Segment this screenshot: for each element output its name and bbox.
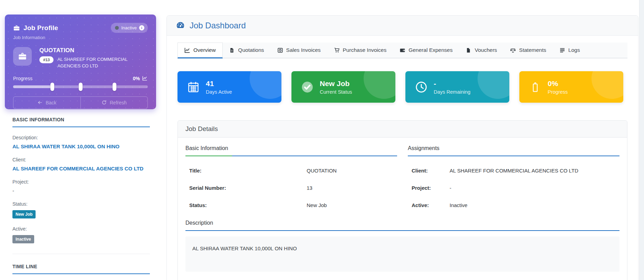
stat-value: New Job [320, 80, 352, 88]
refresh-button[interactable]: Refresh [80, 96, 148, 109]
slider-handle[interactable] [113, 83, 116, 91]
detail-label: Status: [189, 202, 307, 208]
slider-handle[interactable] [79, 83, 83, 91]
cart-icon [334, 47, 340, 53]
client-link[interactable]: AL SHAREEF FOR COMMERCIAL AGENCIES CO LT… [12, 166, 150, 171]
detail-value: - [450, 185, 451, 191]
detail-label: Client: [412, 168, 450, 174]
tab-bar: Overview Quotations $ Sales Invoices Pur… [177, 43, 627, 58]
tab-label: Quotations [238, 47, 264, 53]
info-icon[interactable]: i [139, 25, 144, 30]
section-underline [185, 230, 619, 231]
detail-value: Inactive [450, 202, 468, 208]
sidebar-divider [12, 254, 150, 254]
tab-label: Sales Invoices [286, 47, 321, 53]
tab-label: Logs [568, 47, 580, 53]
stat-value: - [434, 80, 470, 88]
basic-information-column: Basic Information Title: QUOTATION Seria… [185, 145, 397, 208]
job-avatar [13, 47, 32, 66]
page-title: Job Dashboard [190, 21, 246, 30]
basic-information-section-heading: Basic Information [185, 145, 397, 156]
description-box: AL SHIRAA WATER TANK 10,000L ON HINO [185, 236, 619, 272]
detail-row: Status: New Job [185, 202, 397, 208]
assignments-section-heading: Assignments [408, 145, 619, 156]
detail-row: Client: AL SHAREEF FOR COMMERCIAL AGENCI… [408, 168, 619, 174]
section-underline [185, 156, 397, 156]
arrow-left-icon [37, 100, 42, 105]
back-button[interactable]: Back [13, 96, 80, 109]
decorative-circle [478, 71, 509, 99]
description-link[interactable]: AL SHIRAA WATER TANK 10,000L ON HINO [12, 143, 150, 149]
detail-label: Title: [189, 168, 307, 174]
job-client-name: AL SHAREEF FOR COMMERCIAL AGENCIES CO LT… [57, 56, 148, 69]
active-badge: Inactive [12, 235, 34, 243]
tab-general-expenses[interactable]: General Expenses [393, 43, 459, 58]
profile-card-title: Job Profile [23, 24, 58, 32]
timeline-heading: TIME LINE [12, 264, 150, 274]
detail-value: QUOTATION [307, 168, 337, 174]
stat-label: Progress [548, 89, 568, 95]
calendar-icon [187, 81, 200, 94]
assignments-column: Assignments Client: AL SHAREEF FOR COMME… [408, 145, 619, 208]
tab-label: Statements [519, 47, 546, 53]
stat-label: Days Active [206, 89, 232, 95]
detail-row: Project: - [408, 185, 619, 191]
tab-label: Purchase Invoices [343, 47, 387, 53]
tab-overview[interactable]: Overview [177, 43, 223, 58]
stat-cards-row: 41 Days Active New Job Current Status [177, 71, 627, 103]
progress-label: Progress [13, 76, 32, 81]
status-pill-label: Inactive [121, 25, 137, 30]
stat-label: Current Status [320, 89, 352, 95]
decorative-circle [250, 71, 281, 99]
status-label: Status: [12, 201, 150, 207]
invoice-dollar-icon: $ [277, 47, 283, 53]
stat-label: Days Remaining [434, 89, 470, 95]
project-label: Project: [12, 179, 150, 185]
check-circle-icon [301, 81, 314, 94]
voucher-icon [466, 47, 472, 53]
briefcase-icon [18, 52, 27, 61]
client-label: Client: [12, 157, 150, 162]
progress-slider[interactable] [13, 85, 148, 88]
tab-quotations[interactable]: Quotations [223, 43, 271, 58]
stat-value: 0% [548, 80, 568, 88]
main-panel: Job Dashboard Overview Quotations $ Sale… [166, 15, 638, 280]
tab-sales-invoices[interactable]: $ Sales Invoices [271, 43, 327, 58]
tab-logs[interactable]: Logs [553, 43, 587, 58]
tab-label: General Expenses [408, 47, 453, 53]
main-header: Job Dashboard [167, 16, 638, 36]
profile-card-subtitle: Job Information [13, 35, 148, 40]
scrollbar[interactable] [639, 0, 644, 280]
tab-statements[interactable]: Statements [503, 43, 552, 58]
slider-handle[interactable] [50, 83, 54, 91]
tab-vouchers[interactable]: Vouchers [459, 43, 504, 58]
description-section-heading: Description [185, 220, 619, 230]
battery-icon [529, 81, 542, 94]
chart-line-icon [142, 76, 148, 81]
active-label: Active: [12, 226, 150, 232]
wallet-icon [400, 47, 405, 53]
decorative-circle [364, 71, 395, 99]
status-badge: New Job [12, 210, 36, 218]
refresh-icon [102, 100, 107, 105]
detail-row: Title: QUOTATION [185, 168, 397, 174]
description-label: Description: [12, 135, 150, 140]
detail-label: Serial Number: [189, 185, 307, 191]
clock-icon [415, 81, 428, 94]
basic-information-heading: BASIC INFORMATION [12, 117, 150, 127]
job-profile-card: Job Profile Inactive i Job Information Q… [5, 15, 156, 109]
project-value: - [12, 188, 150, 194]
progress-slider-fill [13, 85, 52, 88]
job-title: QUOTATION [39, 47, 148, 54]
tab-purchase-invoices[interactable]: Purchase Invoices [327, 43, 393, 58]
job-details-panel-title: Job Details [178, 121, 627, 138]
section-underline [408, 156, 619, 156]
stat-card-days-remaining: - Days Remaining [405, 71, 509, 103]
job-details-panel: Job Details Basic Information Title: QUO… [177, 120, 627, 280]
detail-label: Active: [412, 202, 450, 208]
list-icon [559, 47, 565, 53]
stat-card-progress: 0% Progress [519, 71, 623, 103]
detail-row: Serial Number: 13 [185, 185, 397, 191]
svg-text:$: $ [279, 49, 281, 51]
decorative-circle [592, 71, 623, 99]
